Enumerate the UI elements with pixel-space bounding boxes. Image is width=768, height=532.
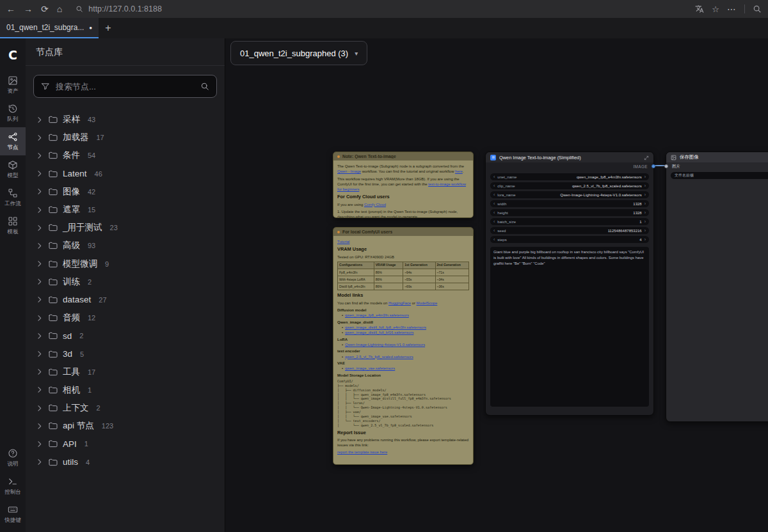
chevron-right-icon[interactable] <box>35 187 44 196</box>
qwen-image-link[interactable]: Qwen - Image <box>337 169 361 173</box>
widget-row[interactable]: ‹ clip_name qwen_2.5_vl_7b_fp8_scaled.sa… <box>490 182 649 189</box>
widget-row[interactable]: ‹ height 1328 › <box>490 209 649 216</box>
widget-left-arrow-icon[interactable]: ‹ <box>493 192 495 197</box>
forward-icon[interactable]: → <box>24 4 33 13</box>
widget-right-arrow-icon[interactable]: › <box>644 201 646 206</box>
tree-folder-row[interactable]: 模型微调 9 <box>26 255 225 273</box>
tree-folder-row[interactable]: api 节点 123 <box>26 417 225 435</box>
widget-row[interactable]: ‹ unet_name qwen_image_fp8_e4m3fn.safete… <box>490 173 649 180</box>
note-header[interactable]: Note: Qwen Text-to-image <box>333 152 473 160</box>
chevron-right-icon[interactable] <box>35 368 44 376</box>
tree-folder-row[interactable]: 加载器 17 <box>26 129 225 146</box>
new-tab-button[interactable]: + <box>99 18 118 38</box>
chevron-right-icon[interactable] <box>35 404 44 412</box>
comfy-cloud-link[interactable]: Comfy Cloud <box>364 203 386 207</box>
node-search-box[interactable] <box>33 75 217 98</box>
find-icon[interactable] <box>753 4 762 13</box>
widget-right-arrow-icon[interactable]: › <box>644 237 646 242</box>
tree-folder-row[interactable]: 条件 54 <box>26 146 225 164</box>
tutorial-link[interactable]: Tutorial <box>337 240 349 244</box>
widget-left-arrow-icon[interactable]: ‹ <box>493 210 495 215</box>
workflow-selector[interactable]: 01_qwen_t2i_subgraphed (3) ▾ <box>230 41 367 65</box>
home-icon[interactable]: ⌂ <box>57 4 62 13</box>
input-port-icon[interactable] <box>664 164 668 168</box>
browser-tab[interactable]: 01_qwen_t2i_subgra... ● <box>0 18 99 38</box>
chevron-right-icon[interactable] <box>35 260 44 268</box>
tree-folder-row[interactable]: API 1 <box>26 435 225 453</box>
node-header[interactable]: Qwen Image Text-to-image (Simplified) <box>486 152 653 162</box>
model-link[interactable]: qwen_2.5_vl_7b_fp8_scaled.safetensors <box>342 354 469 359</box>
translate-icon[interactable] <box>695 4 704 13</box>
sidebar-item-models[interactable]: 模型 <box>0 155 26 184</box>
sidebar-item-workflows[interactable]: 工作流 <box>0 184 26 212</box>
modelscope-link[interactable]: ModelScope <box>417 301 438 305</box>
widget-left-arrow-icon[interactable]: ‹ <box>493 201 495 206</box>
tree-folder-row[interactable]: 相机 1 <box>26 381 225 399</box>
widget-right-arrow-icon[interactable]: › <box>644 175 646 179</box>
sidebar-item-shortcuts[interactable]: 快捷键 <box>0 500 26 528</box>
chevron-right-icon[interactable] <box>35 169 44 178</box>
browser-menu-icon[interactable]: ⋯ <box>727 4 737 14</box>
chevron-right-icon[interactable] <box>35 295 44 304</box>
widget-row[interactable]: ‹ lora_name Qwen-Image-Lightning-4steps-… <box>490 191 649 198</box>
widget-left-arrow-icon[interactable]: ‹ <box>493 237 495 242</box>
model-link[interactable]: qwen_image_distill_full_bf16.safetensors <box>342 330 469 335</box>
tree-folder-row[interactable]: 高级 93 <box>26 237 225 254</box>
tree-folder-row[interactable]: 训练 2 <box>26 273 225 291</box>
chevron-right-icon[interactable] <box>35 134 44 142</box>
tree-folder-row[interactable]: sd 2 <box>26 327 225 345</box>
chevron-right-icon[interactable] <box>35 458 44 466</box>
save-image-node[interactable]: 保存图像 图片 文件名前缀 <box>666 152 768 422</box>
url-text[interactable]: http://127.0.0.1:8188 <box>88 4 162 13</box>
widget-right-arrow-icon[interactable]: › <box>644 219 646 224</box>
sidebar-item-templates[interactable]: 模板 <box>0 212 26 240</box>
note-header[interactable]: For local ComfyUI users <box>333 228 473 236</box>
report-issue-link[interactable]: report the template issue here <box>337 450 387 454</box>
chevron-right-icon[interactable] <box>35 350 44 358</box>
filename-prefix-widget[interactable]: 文件名前缀 <box>671 172 768 179</box>
widget-row[interactable]: ‹ width 1328 › <box>490 200 649 207</box>
input-slot-image[interactable]: 图片 <box>666 162 768 170</box>
model-link[interactable]: qwen_image_vae.safetensors <box>342 366 469 371</box>
back-icon[interactable]: ← <box>6 4 15 13</box>
huggingface-link[interactable]: HuggingFace <box>388 301 411 305</box>
widget-right-arrow-icon[interactable]: › <box>644 192 646 197</box>
widget-right-arrow-icon[interactable]: › <box>644 210 646 215</box>
chevron-right-icon[interactable] <box>35 116 44 124</box>
sidebar-item-docs[interactable]: 说明 <box>0 444 26 472</box>
tree-folder-row[interactable]: 遮罩 15 <box>26 201 225 219</box>
prompt-textarea[interactable]: Giant blue and purple big billboard on r… <box>490 247 649 407</box>
search-input[interactable] <box>56 82 195 91</box>
tree-folder-row[interactable]: 图像 42 <box>26 183 225 201</box>
sidebar-item-nodes[interactable]: 节点 <box>0 127 26 155</box>
qwen-t2i-node[interactable]: Qwen Image Text-to-image (Simplified) IM… <box>485 152 654 416</box>
output-slot-image[interactable]: IMAGE <box>486 162 653 170</box>
chevron-right-icon[interactable] <box>35 314 44 322</box>
widget-row[interactable]: ‹ steps 4 › <box>490 236 649 243</box>
bookmark-star-icon[interactable]: ☆ <box>712 4 719 14</box>
widget-left-arrow-icon[interactable]: ‹ <box>493 175 495 179</box>
widget-right-arrow-icon[interactable]: › <box>644 184 646 188</box>
note-node-local-users[interactable]: For local ComfyUI users Tutorial VRAM Us… <box>333 227 474 465</box>
sidebar-item-assets[interactable]: 资产 <box>0 71 26 99</box>
tree-folder-row[interactable]: 3d 5 <box>26 345 225 363</box>
widget-left-arrow-icon[interactable]: ‹ <box>493 228 495 233</box>
tree-folder-row[interactable]: 音频 12 <box>26 309 225 327</box>
sidebar-item-console[interactable]: 控制台 <box>0 472 26 500</box>
widget-row[interactable]: ‹ seed 1125486487853216 › <box>490 227 649 234</box>
model-link[interactable]: Qwen-Image-Lightning-4steps-V1.0.safeten… <box>342 342 469 347</box>
tutorial-here-link[interactable]: here <box>455 169 463 173</box>
filter-funnel-icon[interactable] <box>41 82 50 91</box>
widget-left-arrow-icon[interactable]: ‹ <box>493 184 495 188</box>
graph-canvas[interactable]: 01_qwen_t2i_subgraphed (3) ▾ Note: Qwen … <box>225 38 768 532</box>
reload-icon[interactable]: ⟳ <box>41 4 49 13</box>
tree-folder-row[interactable]: _用于测试 23 <box>26 219 225 237</box>
tree-folder-row[interactable]: utils 4 <box>26 453 225 471</box>
model-link[interactable]: qwen_image_fp8_e4m3fn.safetensors <box>342 313 469 318</box>
comfyui-logo[interactable]: C <box>4 47 21 63</box>
widget-left-arrow-icon[interactable]: ‹ <box>493 219 495 224</box>
tree-folder-row[interactable]: 采样 43 <box>26 111 225 129</box>
widget-right-arrow-icon[interactable]: › <box>644 228 646 233</box>
chevron-right-icon[interactable] <box>35 386 44 394</box>
chevron-right-icon[interactable] <box>35 242 44 250</box>
